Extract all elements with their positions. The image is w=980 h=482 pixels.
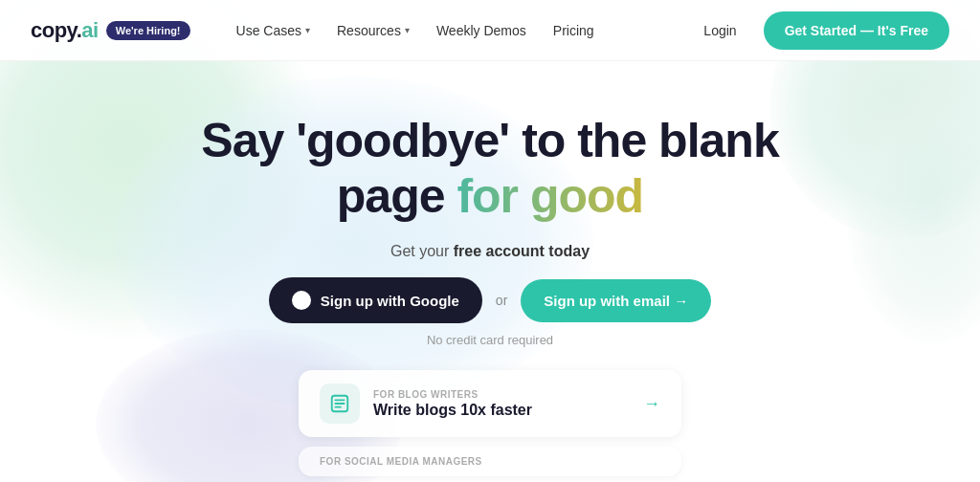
nav-use-cases[interactable]: Use Cases ▾ [225,15,322,46]
hero-content: Say 'goodbye' to the blank page for good… [0,61,980,347]
google-signup-button[interactable]: G Sign up with Google [269,277,482,323]
email-signup-button[interactable]: Sign up with email → [521,279,711,322]
google-icon: G [292,291,311,310]
nav-weekly-demos[interactable]: Weekly Demos [425,15,538,46]
no-credit-card-text: No credit card required [427,333,553,347]
hero-section: Say 'goodbye' to the blank page for good… [0,61,980,476]
chevron-down-icon: ▾ [305,25,310,35]
logo[interactable]: copy.ai We're Hiring! [31,18,190,43]
hero-headline-line2: page [337,169,457,223]
hero-headline: Say 'goodbye' to the blank page for good [201,114,778,224]
blog-card-label: FOR BLOG WRITERS [373,389,630,400]
hero-headline-line1: Say 'goodbye' to the blank [201,114,778,167]
hero-headline-gradient: for good [457,169,643,223]
or-text: or [496,293,507,308]
blog-card-arrow-icon: → [643,394,660,414]
get-started-button[interactable]: Get Started — It's Free [764,11,949,50]
logo-ai: ai [81,18,98,42]
nav-resources-label: Resources [337,23,401,38]
nav-right: Login Get Started — It's Free [692,11,949,50]
social-card-label: FOR SOCIAL MEDIA MANAGERS [320,456,660,467]
feature-card-blog[interactable]: FOR BLOG WRITERS Write blogs 10x faster … [299,370,681,437]
logo-brand: copy [31,18,77,42]
nav-pricing[interactable]: Pricing [542,15,606,46]
blog-card-icon [320,383,360,424]
hero-subtext-bold: free account today [454,243,590,259]
hero-subtext: Get your free account today [390,243,590,260]
nav-weekly-demos-label: Weekly Demos [436,23,526,38]
google-btn-label: Sign up with Google [321,293,459,309]
nav-pricing-label: Pricing [553,23,594,38]
chevron-down-icon-2: ▾ [405,25,410,35]
nav-links: Use Cases ▾ Resources ▾ Weekly Demos Pri… [225,15,693,46]
cta-buttons: G Sign up with Google or Sign up with em… [269,277,711,323]
nav-resources[interactable]: Resources ▾ [325,15,421,46]
navbar: copy.ai We're Hiring! Use Cases ▾ Resour… [0,0,980,61]
hiring-badge[interactable]: We're Hiring! [106,21,190,40]
email-btn-label: Sign up with email → [544,293,688,309]
hero-subtext-plain: Get your [390,243,454,259]
feature-cards: FOR BLOG WRITERS Write blogs 10x faster … [0,370,980,476]
blog-card-content: FOR BLOG WRITERS Write blogs 10x faster [373,389,630,419]
feature-card-social-peek: FOR SOCIAL MEDIA MANAGERS [299,447,681,476]
nav-use-cases-label: Use Cases [236,23,301,38]
logo-text: copy.ai [31,18,99,43]
blog-card-title: Write blogs 10x faster [373,402,630,419]
login-button[interactable]: Login [692,15,747,46]
